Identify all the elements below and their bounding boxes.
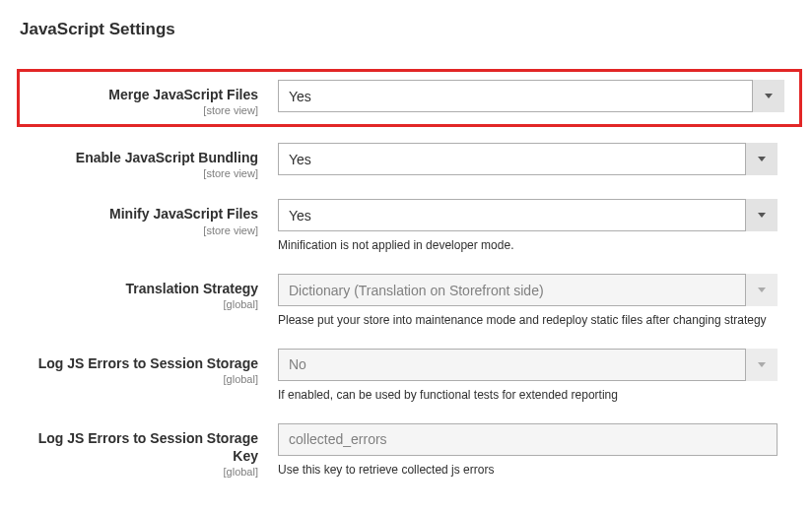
chevron-down-icon xyxy=(745,199,778,231)
label-minify: Minify JavaScript Files [store view] xyxy=(20,199,278,235)
label-text: Log JS Errors to Session Storage xyxy=(38,355,258,371)
field-log-key: Log JS Errors to Session Storage Key [gl… xyxy=(20,423,792,479)
select-value: Yes xyxy=(278,80,784,112)
scope-label: [store view] xyxy=(20,224,258,236)
chevron-down-icon xyxy=(745,143,778,175)
scope-label: [global] xyxy=(20,466,258,478)
select-value: Yes xyxy=(278,199,778,231)
label-text: Minify JavaScript Files xyxy=(109,206,258,222)
label-text: Merge JavaScript Files xyxy=(108,87,258,102)
field-enable-bundling: Enable JavaScript Bundling [store view] … xyxy=(20,143,792,179)
log-errors-select: No xyxy=(278,349,778,381)
select-value: No xyxy=(278,349,778,381)
label-translation: Translation Strategy [global] xyxy=(20,274,278,310)
translation-select: Dictionary (Translation on Storefront si… xyxy=(278,274,778,306)
label-text: Translation Strategy xyxy=(125,281,258,296)
bundling-select[interactable]: Yes xyxy=(278,143,778,175)
select-value: Dictionary (Translation on Storefront si… xyxy=(278,274,778,306)
section-title: JavaScript Settings xyxy=(20,20,792,39)
chevron-down-icon xyxy=(752,80,784,112)
label-text: Log JS Errors to Session Storage Key xyxy=(38,430,258,464)
merge-js-select[interactable]: Yes xyxy=(278,80,784,112)
label-merge-js: Merge JavaScript Files [store view] xyxy=(20,80,278,116)
field-minify-js: Minify JavaScript Files [store view] Yes… xyxy=(20,199,792,254)
scope-label: [global] xyxy=(20,298,258,310)
chevron-down-icon xyxy=(745,274,778,306)
label-log-key: Log JS Errors to Session Storage Key [gl… xyxy=(20,423,278,478)
scope-label: [store view] xyxy=(20,104,258,116)
log-key-input: collected_errors xyxy=(278,423,778,456)
label-text: Enable JavaScript Bundling xyxy=(76,150,258,165)
minify-note: Minification is not applied in developer… xyxy=(278,237,778,254)
log-errors-note: If enabled, can be used by functional te… xyxy=(278,387,778,404)
label-log-errors: Log JS Errors to Session Storage [global… xyxy=(20,349,278,385)
field-merge-js-files: Merge JavaScript Files [store view] Yes xyxy=(17,69,802,127)
field-translation-strategy: Translation Strategy [global] Dictionary… xyxy=(20,274,792,329)
log-key-note: Use this key to retrieve collected js er… xyxy=(278,462,778,479)
minify-select[interactable]: Yes xyxy=(278,199,778,231)
select-value: Yes xyxy=(278,143,778,175)
field-log-errors: Log JS Errors to Session Storage [global… xyxy=(20,349,792,404)
scope-label: [global] xyxy=(20,373,258,385)
chevron-down-icon xyxy=(745,349,778,381)
label-bundling: Enable JavaScript Bundling [store view] xyxy=(20,143,278,179)
scope-label: [store view] xyxy=(20,167,258,179)
translation-note: Please put your store into maintenance m… xyxy=(278,312,778,329)
